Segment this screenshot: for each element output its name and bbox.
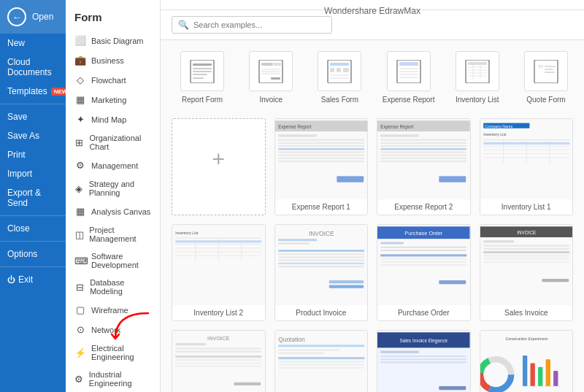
nav-item-business[interactable]: 💼Business <box>66 50 160 70</box>
template-card-inventory2[interactable]: Inventory List Inventory List 2 <box>172 224 266 321</box>
invoice-icon-box <box>249 51 293 91</box>
top-template-invoice[interactable]: Invoice <box>244 51 298 104</box>
sidebar: ← Open New Cloud Documents Templates NEW… <box>0 0 66 392</box>
svg-text:Purchase Order: Purchase Order <box>404 230 442 237</box>
svg-rect-51 <box>337 176 364 182</box>
svg-rect-48 <box>278 155 364 156</box>
sidebar-item-import[interactable]: Import <box>0 164 66 183</box>
template-card-quote_tmpl[interactable]: Quotation Quote <box>274 330 369 392</box>
sidebar-item-exit[interactable]: ⏻ Exit <box>0 270 66 289</box>
svg-rect-9 <box>261 69 280 70</box>
svg-rect-97 <box>278 263 364 264</box>
svg-rect-138 <box>278 357 364 359</box>
svg-rect-96 <box>278 260 364 261</box>
nav-item-electrical[interactable]: ⚡Electrical Engineering <box>66 339 160 366</box>
nav-item-software[interactable]: ⌨Software Development <box>66 247 160 274</box>
sidebar-item-save[interactable]: Save <box>0 107 66 126</box>
search-input[interactable] <box>193 20 326 29</box>
svg-rect-46 <box>278 148 364 150</box>
svg-rect-128 <box>175 356 261 358</box>
nav-item-orgchart[interactable]: ⊞Organizational Chart <box>66 129 160 155</box>
nav-item-project[interactable]: ◫Project Management <box>66 221 160 247</box>
service-preview: INVOICE <box>172 331 265 392</box>
wireframe-icon: ▢ <box>74 304 86 315</box>
top-template-inventory[interactable]: Inventory List <box>450 51 504 104</box>
sidebar-item-close[interactable]: Close <box>0 219 66 238</box>
svg-rect-5 <box>193 77 204 79</box>
inventory1-preview: Company Name Inventory List <box>480 119 573 199</box>
svg-text:Quotation: Quotation <box>278 336 305 343</box>
expense2-label: Expense Report 2 <box>377 199 470 215</box>
svg-rect-44 <box>278 142 364 144</box>
template-card-product[interactable]: INVOICE Product Invoice <box>274 224 369 321</box>
sidebar-item-new[interactable]: New <box>0 34 66 53</box>
template-card-expense1[interactable]: Expense Report Expense Report 1 <box>274 118 369 215</box>
template-card-service[interactable]: INVOICE Service Invoice <box>172 330 266 392</box>
svg-rect-119 <box>483 255 569 256</box>
marketing-label: Marketing <box>91 96 126 104</box>
template-card-purchase[interactable]: Purchase Order Purchase Order <box>377 224 471 321</box>
sidebar-back[interactable]: ← Open <box>0 0 66 34</box>
templates-area: Report FormInvoiceSales FormExpense Repo… <box>161 40 584 392</box>
svg-rect-158 <box>538 367 542 386</box>
nav-item-analysis[interactable]: ▦Analysis Canvas <box>66 201 160 221</box>
nav-item-network[interactable]: ⊙Network <box>66 320 160 339</box>
svg-rect-55 <box>380 134 419 137</box>
electrical-label: Electrical Engineering <box>91 344 151 361</box>
nav-item-database[interactable]: ⊟Database Modeling <box>66 274 160 300</box>
svg-rect-92 <box>278 242 309 244</box>
svg-rect-45 <box>278 145 364 147</box>
sidebar-item-cloud[interactable]: Cloud Documents <box>0 53 66 82</box>
svg-rect-63 <box>380 161 466 162</box>
sidebar-item-templates[interactable]: Templates NEW <box>0 82 66 101</box>
template-card-sales_elegance[interactable]: Sales Invoice Elegance Sales Invoice Ele… <box>377 330 471 392</box>
template-card-inventory1[interactable]: Company Name Inventory List Inventory Li… <box>480 118 574 215</box>
analysis-label: Analysis Canvas <box>91 207 150 216</box>
svg-rect-139 <box>278 361 364 362</box>
nav-item-flowchart[interactable]: ◇Flowchart <box>66 70 160 90</box>
svg-rect-61 <box>380 155 466 156</box>
svg-rect-127 <box>175 351 261 353</box>
nav-item-strategy[interactable]: ◈Strategy and Planning <box>66 175 160 201</box>
svg-rect-146 <box>380 356 466 357</box>
top-template-expense[interactable]: Expense Report <box>382 51 436 104</box>
sidebar-item-saveas[interactable]: Save As <box>0 126 66 145</box>
sidebar-item-options[interactable]: Options <box>0 245 66 264</box>
nav-item-wireframe[interactable]: ▢Wireframe <box>66 300 160 320</box>
orgchart-label: Organizational Chart <box>89 134 151 151</box>
sidebar-item-print[interactable]: Print <box>0 145 66 164</box>
svg-text:Inventory List: Inventory List <box>175 231 199 235</box>
nav-item-basic[interactable]: ⬜Basic Diagram <box>66 31 160 50</box>
nav-item-industrial[interactable]: ⚙Industrial Engineering <box>66 366 160 392</box>
add-preview: + <box>172 119 265 199</box>
svg-rect-24 <box>399 74 418 75</box>
svg-text:Inventory List: Inventory List <box>483 132 507 137</box>
svg-text:INVOICE: INVOICE <box>207 335 229 342</box>
nav-item-marketing[interactable]: ▦Marketing <box>66 90 160 109</box>
nav-item-management[interactable]: ⚙Management <box>66 155 160 175</box>
template-card-expense2[interactable]: Expense Report Expense Report 2 <box>377 118 471 215</box>
svg-rect-23 <box>399 71 418 72</box>
template-card-sales_invoice[interactable]: INVOICE Sales Invoice <box>480 224 574 321</box>
sidebar-cloud-label: Cloud Documents <box>7 57 52 77</box>
top-template-quote[interactable]: "Quote Form <box>519 51 573 104</box>
svg-text:Expense Report: Expense Report <box>278 124 312 130</box>
search-wrap[interactable]: 🔍 <box>172 16 332 34</box>
svg-rect-3 <box>193 71 212 72</box>
quote_tmpl-preview: Quotation <box>275 331 368 392</box>
wireframe-label: Wireframe <box>91 306 128 315</box>
template-card-add[interactable]: + <box>172 118 266 215</box>
template-card-construction[interactable]: Construction Experiment Construction Exp… <box>480 330 574 392</box>
software-icon: ⌨ <box>74 255 86 266</box>
svg-rect-8 <box>274 63 281 66</box>
industrial-label: Industrial Engineering <box>89 370 151 388</box>
sidebar-item-export[interactable]: Export & Send <box>0 183 66 212</box>
business-label: Business <box>91 56 124 65</box>
svg-rect-140 <box>278 364 364 366</box>
top-template-sales[interactable]: Sales Form <box>312 51 366 104</box>
divider-3 <box>0 241 66 242</box>
expense2-preview: Expense Report <box>377 119 470 199</box>
top-template-report[interactable]: Report Form <box>175 51 229 104</box>
sidebar-templates-label: Templates <box>7 86 47 96</box>
nav-item-mindmap[interactable]: ✦Mind Map <box>66 109 160 129</box>
